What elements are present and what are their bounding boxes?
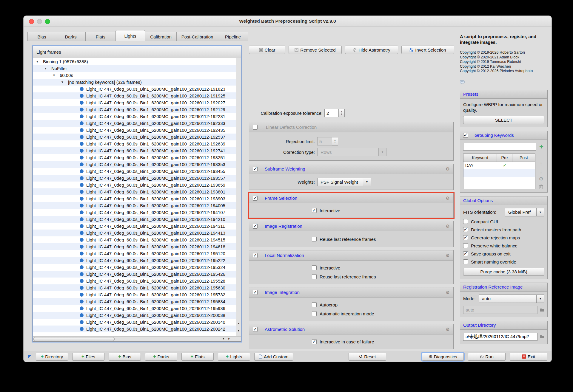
keywords-table[interactable]: KeywordPrePost DAY✓: [463, 154, 535, 189]
empty-row[interactable]: [463, 177, 535, 184]
option-checkbox[interactable]: [463, 235, 468, 240]
tree-vertical-scrollbar[interactable]: ▲ ▼: [236, 58, 241, 337]
tree-file-row[interactable]: Light_IC 447_0deg_60.0s_Bin1_6200MC_gain…: [33, 195, 236, 202]
tree-file-row[interactable]: Light_IC 447_0deg_60.0s_Bin1_6200MC_gain…: [33, 120, 236, 127]
interactive-checkbox[interactable]: [312, 208, 317, 213]
tab-darks[interactable]: Darks: [56, 32, 85, 41]
tree-file-row[interactable]: Light_IC 447_0deg_60.0s_Bin1_6200MC_gain…: [33, 127, 236, 134]
tree-file-row[interactable]: Light_IC 447_0deg_60.0s_Bin1_6200MC_gain…: [33, 257, 236, 264]
frame-selection-title[interactable]: Frame Selection: [265, 196, 297, 201]
purge-cache-button[interactable]: Purge cache (3.38 MiB): [463, 268, 544, 276]
option-checkbox[interactable]: [463, 227, 468, 232]
tree-file-row[interactable]: Light_IC 447_0deg_60.0s_Bin1_6200MC_gain…: [33, 175, 236, 182]
add-lights-button[interactable]: +Lights: [218, 353, 250, 361]
linear-defects-checkbox[interactable]: [253, 125, 258, 130]
collapse-icon[interactable]: ▼: [44, 67, 47, 70]
global-options-title[interactable]: Global Options: [460, 196, 547, 205]
collapse-icon[interactable]: ▼: [36, 60, 39, 63]
step-up-icon[interactable]: ▲: [341, 111, 343, 113]
scroll-down-icon[interactable]: ▼: [236, 328, 241, 333]
tree-horizontal-scrollbar[interactable]: ◄ ►: [33, 336, 241, 341]
add-darks-button[interactable]: +Darks: [145, 353, 177, 361]
option-checkbox[interactable]: [463, 251, 468, 256]
image-registration-title[interactable]: Image Registration: [265, 224, 302, 229]
registration-reference-title[interactable]: Registration Reference Image: [460, 283, 547, 292]
empty-row[interactable]: [463, 169, 535, 177]
hscroll-thumb[interactable]: [33, 337, 115, 341]
clear-button[interactable]: Clear: [249, 46, 285, 54]
image-registration-checkbox[interactable]: [253, 224, 258, 229]
keywords-column-header[interactable]: Post: [512, 154, 535, 162]
add-custom-button[interactable]: Add Custom: [254, 353, 293, 361]
option-checkbox[interactable]: [463, 259, 468, 264]
move-up-icon[interactable]: ↑: [540, 161, 543, 166]
tree-file-row[interactable]: Light_IC 447_0deg_60.0s_Bin1_6200MC_gain…: [33, 236, 236, 243]
tree-file-row[interactable]: Light_IC 447_0deg_60.0s_Bin1_6200MC_gain…: [33, 113, 236, 120]
image-integration-title[interactable]: Image Integration: [265, 290, 300, 295]
tree-file-row[interactable]: Light_IC 447_0deg_60.0s_Bin1_6200MC_gain…: [33, 216, 236, 223]
tree-group-row[interactable]: ▼[no matching keywords] (326 frames): [33, 79, 236, 86]
scroll-left-icon[interactable]: ◄: [221, 337, 226, 341]
gear-icon[interactable]: ⚙: [446, 224, 450, 229]
zoom-button[interactable]: [45, 19, 50, 24]
keyword-input[interactable]: [463, 143, 536, 151]
run-button[interactable]: Run: [468, 353, 506, 361]
folder-icon[interactable]: [540, 335, 544, 339]
tree-file-row[interactable]: Light_IC 447_0deg_60.0s_Bin1_6200MC_gain…: [33, 243, 236, 250]
keyword-settings-icon[interactable]: ⚙: [539, 177, 543, 182]
interactive-failure-checkbox[interactable]: [312, 339, 317, 344]
tree-file-row[interactable]: Light_IC 447_0deg_60.0s_Bin1_6200MC_gain…: [33, 223, 236, 230]
gear-icon[interactable]: ⚙: [446, 290, 450, 295]
tree-file-row[interactable]: Light_IC 447_0deg_60.0s_Bin1_6200MC_gain…: [33, 326, 236, 332]
tree-file-row[interactable]: Light_IC 447_0deg_60.0s_Bin1_6200MC_gain…: [33, 99, 236, 106]
tree-file-row[interactable]: Light_IC 447_0deg_60.0s_Bin1_6200MC_gain…: [33, 106, 236, 113]
tree-file-row[interactable]: Light_IC 447_0deg_60.0s_Bin1_6200MC_gain…: [33, 134, 236, 140]
tab-post-calibration[interactable]: Post-Calibration: [176, 32, 218, 41]
weights-dropdown[interactable]: PSF Signal Weight ▼: [317, 178, 371, 186]
tree-file-row[interactable]: Light_IC 447_0deg_60.0s_Bin1_6200MC_gain…: [33, 319, 236, 326]
frame-selection-checkbox[interactable]: [253, 196, 258, 201]
keywords-column-header[interactable]: Keyword: [463, 154, 497, 162]
tab-calibration[interactable]: Calibration: [145, 32, 176, 41]
tab-pipeline[interactable]: Pipeline: [218, 32, 248, 41]
astrometric-solution-title[interactable]: Astrometric Solution: [265, 327, 305, 332]
tree-file-row[interactable]: Light_IC 447_0deg_60.0s_Bin1_6200MC_gain…: [33, 147, 236, 154]
frames-tree[interactable]: ▼Binning 1 (9576x6388)▼NoFilter▼60.00s▼[…: [33, 58, 236, 337]
chevron-down-icon[interactable]: ▼: [537, 208, 544, 216]
tree-file-row[interactable]: Light_IC 447_0deg_60.0s_Bin1_6200MC_gain…: [33, 305, 236, 312]
local-normalization-title[interactable]: Local Normalization: [265, 253, 304, 258]
tree-file-row[interactable]: Light_IC 447_0deg_60.0s_Bin1_6200MC_gain…: [33, 92, 236, 99]
tree-file-row[interactable]: Light_IC 447_0deg_60.0s_Bin1_6200MC_gain…: [33, 284, 236, 291]
fits-orientation-dropdown[interactable]: Global Pref ▼: [505, 208, 544, 216]
tab-bias[interactable]: Bias: [27, 32, 56, 41]
scroll-right-icon[interactable]: ►: [227, 337, 232, 341]
folder-icon[interactable]: [540, 308, 544, 312]
tree-file-row[interactable]: Light_IC 447_0deg_60.0s_Bin1_6200MC_gain…: [33, 202, 236, 209]
tree-file-row[interactable]: Light_IC 447_0deg_60.0s_Bin1_6200MC_gain…: [33, 182, 236, 188]
tree-file-row[interactable]: Light_IC 447_0deg_60.0s_Bin1_6200MC_gain…: [33, 209, 236, 216]
gear-icon[interactable]: ⚙: [446, 166, 450, 172]
collapse-icon[interactable]: ▼: [53, 74, 56, 77]
tree-group-row[interactable]: ▼60.00s: [33, 72, 236, 79]
chevron-down-icon[interactable]: ▼: [537, 295, 544, 303]
output-directory-title[interactable]: Output Directory: [460, 321, 547, 330]
invert-selection-button[interactable]: Invert Selection: [401, 46, 454, 54]
add-flats-button[interactable]: +Flats: [181, 353, 214, 361]
collapse-icon[interactable]: ▼: [61, 80, 64, 84]
image-integration-checkbox[interactable]: [253, 290, 258, 295]
option-checkbox[interactable]: [463, 243, 468, 248]
gear-icon[interactable]: ⚙: [446, 253, 450, 258]
subframe-weighting-title[interactable]: Subframe Weighting: [265, 166, 305, 171]
reuse-reference-checkbox[interactable]: [312, 237, 317, 241]
mode-value[interactable]: auto: [479, 295, 537, 303]
fits-orientation-value[interactable]: Global Pref: [505, 208, 537, 216]
keywords-column-header[interactable]: Pre: [497, 154, 512, 162]
tree-file-row[interactable]: Light_IC 447_0deg_60.0s_Bin1_6200MC_gain…: [33, 154, 236, 161]
tree-file-row[interactable]: Light_IC 447_0deg_60.0s_Bin1_6200MC_gain…: [33, 188, 236, 195]
tree-file-row[interactable]: Light_IC 447_0deg_60.0s_Bin1_6200MC_gain…: [33, 271, 236, 278]
auto-integration-checkbox[interactable]: [312, 311, 317, 316]
tab-lights[interactable]: Lights: [115, 30, 145, 41]
tree-file-row[interactable]: Light_IC 447_0deg_60.0s_Bin1_6200MC_gain…: [33, 168, 236, 175]
reuse-reference-checkbox[interactable]: [312, 274, 317, 279]
scroll-up-icon[interactable]: ▲: [236, 321, 241, 326]
